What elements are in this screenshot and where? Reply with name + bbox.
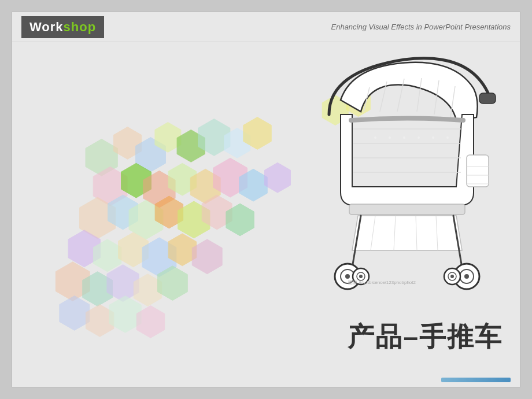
svg-point-75 — [389, 136, 391, 139]
content-area: 产品–手推车 图源 iidyAbicence/123phot/phot2 — [12, 42, 520, 387]
svg-point-76 — [403, 136, 405, 139]
header-subtitle: Enhancing Visual Effects in PowerPoint P… — [331, 23, 511, 31]
slide-container: Workshop Enhancing Visual Effects in Pow… — [12, 12, 520, 387]
svg-point-79 — [446, 136, 449, 139]
stroller-illustration — [306, 54, 503, 302]
image-credit: 图源 iidyAbicence/123phot/phot2 — [348, 279, 416, 286]
header-bar: Workshop Enhancing Visual Effects in Pow… — [12, 12, 520, 42]
workshop-title: Workshop — [29, 20, 96, 35]
svg-point-78 — [432, 136, 434, 139]
svg-rect-51 — [349, 204, 465, 215]
svg-point-77 — [418, 136, 420, 139]
svg-rect-46 — [479, 93, 496, 104]
svg-point-59 — [345, 274, 350, 279]
svg-point-69 — [450, 275, 454, 278]
svg-marker-34 — [60, 296, 90, 331]
svg-point-66 — [464, 274, 469, 279]
workshop-highlight: shop — [64, 20, 97, 34]
svg-marker-15 — [264, 162, 290, 193]
svg-marker-28 — [192, 239, 222, 274]
workshop-text-part1: Work — [29, 20, 64, 34]
workshop-badge: Workshop — [21, 16, 104, 38]
main-title: 产品–手推车 — [348, 319, 503, 355]
bottom-accent-bar — [441, 378, 511, 382]
stroller-svg — [306, 54, 503, 302]
svg-rect-70 — [467, 155, 489, 187]
svg-point-74 — [374, 136, 376, 139]
svg-point-62 — [359, 275, 363, 278]
